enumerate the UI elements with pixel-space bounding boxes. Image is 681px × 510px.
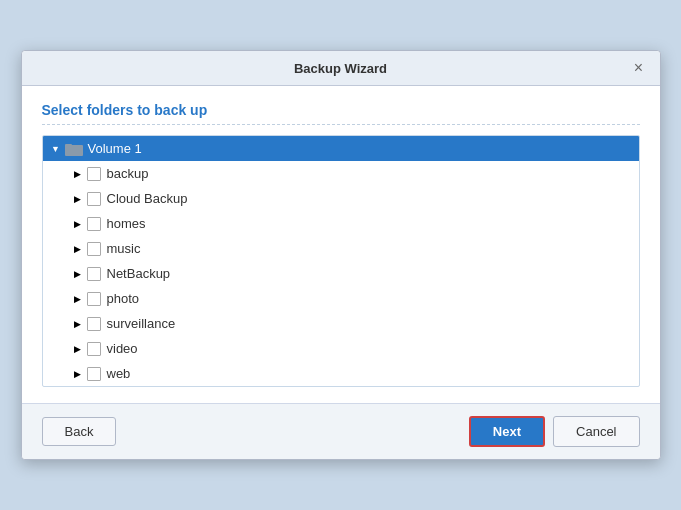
tree-row-root[interactable]: Volume 1 [43,136,639,161]
tree-row[interactable]: Cloud Backup [43,186,639,211]
chevron-right-icon [71,267,85,281]
tree-item-label: backup [107,166,149,181]
chevron-right-icon [71,217,85,231]
chevron-right-icon [71,167,85,181]
folder-checkbox[interactable] [87,317,101,331]
folder-tree: Volume 1 backup Cloud Backup homes [42,135,640,387]
tree-row[interactable]: surveillance [43,311,639,336]
cancel-button[interactable]: Cancel [553,416,639,447]
next-button[interactable]: Next [469,416,545,447]
folder-checkbox[interactable] [87,342,101,356]
folder-checkbox[interactable] [87,292,101,306]
section-title: Select folders to back up [42,102,640,125]
folder-checkbox[interactable] [87,242,101,256]
footer-left: Back [42,417,117,446]
tree-item-label: music [107,241,141,256]
folder-checkbox[interactable] [87,267,101,281]
tree-row[interactable]: web [43,361,639,386]
chevron-right-icon [71,342,85,356]
dialog-titlebar: Backup Wizard × [22,51,660,86]
back-button[interactable]: Back [42,417,117,446]
folder-checkbox[interactable] [87,167,101,181]
folder-icon [65,142,83,156]
tree-item-label: Cloud Backup [107,191,188,206]
tree-item-label: homes [107,216,146,231]
tree-row[interactable]: NetBackup [43,261,639,286]
tree-item-label: photo [107,291,140,306]
folder-checkbox[interactable] [87,367,101,381]
footer-right: Next Cancel [469,416,640,447]
tree-row[interactable]: backup [43,161,639,186]
svg-rect-1 [65,144,72,147]
chevron-right-icon [71,317,85,331]
chevron-right-icon [71,292,85,306]
chevron-right-icon [71,367,85,381]
chevron-right-icon [71,242,85,256]
folder-checkbox[interactable] [87,217,101,231]
chevron-right-icon [71,192,85,206]
tree-row[interactable]: homes [43,211,639,236]
backup-wizard-dialog: Backup Wizard × Select folders to back u… [21,50,661,460]
folder-checkbox[interactable] [87,192,101,206]
dialog-title: Backup Wizard [52,61,630,76]
close-button[interactable]: × [630,59,648,77]
chevron-down-icon [49,142,63,156]
tree-row[interactable]: music [43,236,639,261]
tree-item-label: NetBackup [107,266,171,281]
tree-item-label: web [107,366,131,381]
tree-row[interactable]: photo [43,286,639,311]
dialog-body: Select folders to back up Volume 1 backu… [22,86,660,403]
tree-item-label: video [107,341,138,356]
tree-row[interactable]: video [43,336,639,361]
tree-root-label: Volume 1 [88,141,142,156]
tree-item-label: surveillance [107,316,176,331]
dialog-footer: Back Next Cancel [22,403,660,459]
